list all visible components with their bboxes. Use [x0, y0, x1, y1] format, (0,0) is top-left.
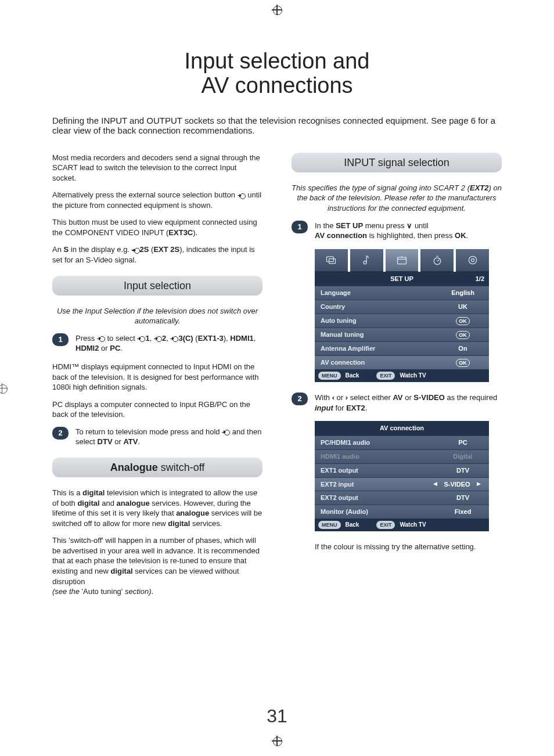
note-input-selection: Use the Input Selection if the televisio… — [52, 306, 262, 326]
osd2-title: AV connection — [315, 421, 489, 435]
svg-rect-0 — [327, 257, 334, 261]
right-step-1: 1 In the SET UP menu press ∨ until AV co… — [292, 221, 502, 241]
page-title: Input selection and AV connections — [52, 49, 502, 98]
svg-point-5 — [469, 256, 476, 264]
osd2-row-ext2out: EXT2 outputDTV — [315, 491, 489, 505]
left-step-1: 1 Press to select 1, 2, 3(C) (EXT1-3), H… — [52, 333, 262, 354]
note-signal: This specifies the type of signal going … — [292, 183, 502, 214]
exit-pill: EXIT — [376, 521, 395, 529]
osd-tab-settings — [456, 249, 489, 272]
osd-row-antenna: Antenna AmplifierOn — [315, 341, 489, 355]
page-number: 31 — [0, 705, 554, 727]
right-tail: If the colour is missing try the alterna… — [315, 542, 502, 552]
intro-text: Defining the INPUT and OUTPUT sockets so… — [52, 116, 502, 135]
left-p1: Most media recorders and decoders send a… — [52, 153, 262, 183]
source-icon — [238, 193, 246, 199]
osd2-row-ext1out: EXT1 outputDTV — [315, 463, 489, 477]
source-icon — [154, 336, 162, 341]
osd-title: SET UP 1/2 — [315, 272, 489, 286]
source-icon — [132, 247, 140, 253]
osd-tab-setup — [386, 249, 419, 272]
right-column: INPUT signal selection This specifies th… — [292, 153, 502, 604]
osd-row-language: LanguageEnglish — [315, 286, 489, 300]
osd-row-country: CountryUK — [315, 300, 489, 314]
section-signal: INPUT signal selection — [292, 153, 502, 172]
left-step-2: 2 To return to television mode press and… — [52, 427, 262, 447]
svg-point-3 — [434, 257, 441, 264]
osd2-row-ext2in: EXT2 input◀S-VIDEO▶ — [315, 477, 489, 491]
crop-mark-top — [0, 0, 554, 20]
crop-mark-left — [0, 383, 8, 394]
section-analogue: Analogue switch-off — [52, 458, 262, 477]
source-icon — [97, 336, 105, 341]
osd-av-connection: AV connection PC/HDMI1 audioPC HDMI1 aud… — [315, 421, 489, 531]
osd-setup-menu: SET UP 1/2 LanguageEnglish CountryUK Aut… — [315, 249, 489, 383]
step-badge-2: 2 — [292, 393, 308, 405]
arrow-left-icon: ◀ — [431, 480, 440, 489]
step-badge-1: 1 — [292, 221, 308, 233]
left-p2: Alternatively press the external source … — [52, 190, 262, 210]
exit-pill: EXIT — [376, 372, 395, 380]
analogue-p1: This is a digital television which is in… — [52, 488, 262, 528]
source-icon — [170, 336, 178, 341]
left-p4: An S in the display e.g. 2S (EXT 2S), in… — [52, 244, 262, 265]
osd-page: 1/2 — [476, 275, 484, 283]
menu-pill: MENU — [318, 521, 341, 529]
chevron-down-icon: ∨ — [406, 221, 412, 230]
source-icon — [222, 429, 230, 435]
title-line2: AV connections — [201, 73, 352, 98]
arrow-right-icon: ▶ — [474, 480, 483, 489]
osd-tab-timer — [420, 249, 454, 272]
crop-mark-bottom — [0, 736, 554, 750]
osd-footer: MENU Back EXIT Watch TV — [315, 369, 489, 382]
osd2-row-monitor: Monitor (Audio)Fixed — [315, 505, 489, 519]
osd-tab-picture — [315, 249, 348, 272]
source-icon — [137, 336, 145, 341]
osd-tab-sound — [350, 249, 383, 272]
osd-row-auto-tuning: Auto tuningOK — [315, 314, 489, 327]
menu-pill: MENU — [318, 372, 341, 380]
left-column: Most media recorders and decoders send a… — [52, 153, 262, 604]
step-badge-2: 2 — [52, 427, 69, 440]
left-step1-p2: HDMI™ displays equipment connected to In… — [52, 362, 262, 393]
osd-row-manual-tuning: Manual tuningOK — [315, 327, 489, 341]
analogue-p2: This 'switch-off' will happen in a numbe… — [52, 535, 262, 596]
left-p3: This button must be used to view equipme… — [52, 217, 262, 237]
left-step1-p3: PC displays a computer connected to Inpu… — [52, 399, 262, 420]
osd2-row-pchdmi: PC/HDMI1 audioPC — [315, 435, 489, 449]
osd2-row-hdmi1audio: HDMI1 audioDigital — [315, 449, 489, 463]
osd-row-av-connection: AV connectionOK — [315, 355, 489, 369]
svg-point-4 — [471, 258, 474, 261]
step-badge-1: 1 — [52, 333, 69, 346]
svg-rect-2 — [397, 257, 406, 264]
osd2-footer: MENU Back EXIT Watch TV — [315, 519, 489, 531]
section-input-selection: Input selection — [52, 276, 262, 296]
right-step-2: 2 With ‹ or › select either AV or S-VIDE… — [292, 393, 502, 413]
title-line1: Input selection and — [184, 49, 369, 73]
svg-rect-1 — [329, 258, 336, 263]
